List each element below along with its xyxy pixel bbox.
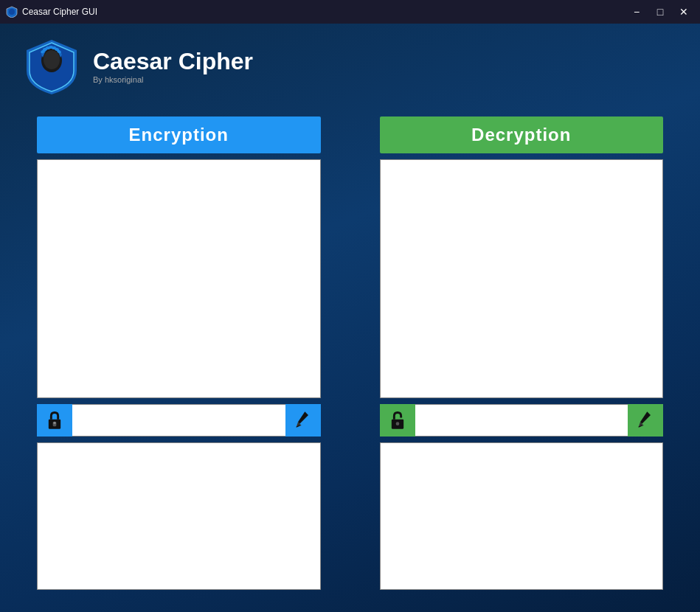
- decryption-input[interactable]: [380, 159, 664, 398]
- decryption-clear-button[interactable]: [628, 404, 663, 437]
- encryption-input[interactable]: [37, 159, 321, 398]
- svg-point-12: [53, 422, 56, 425]
- decryption-button[interactable]: Decryption: [380, 117, 664, 153]
- title-bar: Ceasar Cipher GUI − □ ✕: [0, 0, 700, 24]
- main-content: Encryption Decrypt: [0, 109, 700, 612]
- encryption-key-row: [37, 404, 321, 437]
- broom-icon-dec: [635, 410, 656, 431]
- logo-container: [22, 37, 81, 96]
- app-title: Caesar Cipher: [93, 49, 253, 74]
- app-title-block: Caesar Cipher By hksoriginal: [93, 49, 253, 83]
- encryption-output[interactable]: [37, 442, 321, 590]
- app-subtitle: By hksoriginal: [93, 75, 253, 84]
- title-bar-controls: − □ ✕: [626, 4, 694, 19]
- svg-point-2: [44, 50, 60, 69]
- encryption-clear-button[interactable]: [285, 404, 321, 437]
- broom-icon: [293, 410, 313, 431]
- decryption-unlock-button[interactable]: [380, 404, 415, 437]
- app-icon: [6, 6, 18, 18]
- decryption-key-row: [380, 404, 664, 437]
- minimize-button[interactable]: −: [626, 4, 647, 19]
- encryption-lock-button[interactable]: [37, 404, 72, 437]
- encryption-button[interactable]: Encryption: [37, 117, 321, 153]
- decryption-output[interactable]: [380, 442, 664, 590]
- svg-point-14: [395, 422, 399, 425]
- decryption-key-input[interactable]: [415, 404, 628, 437]
- logo-icon: [22, 37, 81, 96]
- encryption-key-input[interactable]: [72, 404, 285, 437]
- lock-icon: [44, 410, 65, 431]
- unlock-icon: [387, 410, 408, 431]
- title-bar-title: Ceasar Cipher GUI: [22, 7, 97, 17]
- maximize-button[interactable]: □: [650, 4, 670, 19]
- svg-point-0: [9, 9, 15, 15]
- decryption-panel: Decryption: [380, 117, 664, 590]
- encryption-panel: Encryption: [37, 117, 321, 590]
- header: Caesar Cipher By hksoriginal: [0, 24, 700, 109]
- title-bar-left: Ceasar Cipher GUI: [6, 6, 97, 18]
- close-button[interactable]: ✕: [673, 4, 694, 19]
